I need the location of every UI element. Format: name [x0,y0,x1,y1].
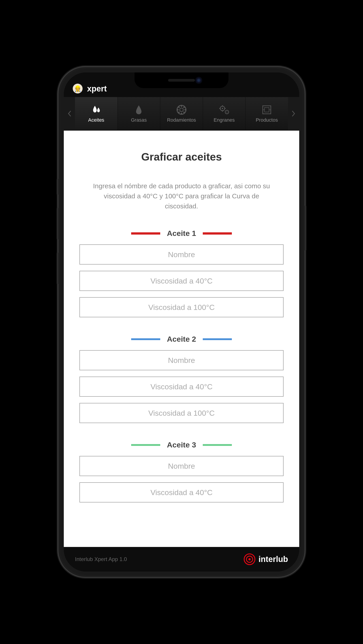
tabs-next-button[interactable] [288,97,299,130]
oil-label: Aceite 2 [167,335,196,344]
phone-screen: 👷 xpert Aceites Grasas [64,72,299,572]
tab-productos[interactable]: Productos [245,97,288,130]
tab-label: Grasas [131,117,147,123]
oil1-visc40-input[interactable] [80,271,283,291]
oil-section-2: Aceite 2 [80,335,283,429]
oil-heading-2: Aceite 2 [80,335,283,344]
color-line-icon [203,444,232,446]
bearing-icon [176,104,187,116]
oil-section-1: Aceite 1 [80,229,283,324]
oil3-name-input[interactable] [80,456,283,476]
oil-label: Aceite 3 [167,440,196,449]
side-buttons-right [305,206,306,250]
oil-heading-1: Aceite 1 [80,229,283,238]
svg-point-8 [178,112,180,113]
svg-rect-15 [224,108,226,109]
svg-rect-14 [219,108,221,109]
app-logo-icon: 👷 [73,84,83,94]
svg-point-11 [222,108,223,109]
phone-notch [135,72,228,88]
svg-point-6 [178,107,180,108]
color-line-icon [131,232,160,234]
tab-label: Productos [256,117,278,123]
page-title: Graficar aceites [80,151,283,163]
drop-icon [135,104,143,116]
oil-section-3: Aceite 3 [80,440,283,509]
tabs-bar: Aceites Grasas Rodamientos [64,97,299,130]
svg-point-2 [181,106,182,107]
interlub-logo-icon [244,554,255,565]
app-footer: Interlub Xpert App 1.0 interlub [64,547,299,572]
instructions-text: Ingresa el nómbre de cada producto a gra… [80,181,283,211]
oil-label: Aceite 1 [167,229,196,238]
tab-label: Rodamientos [167,117,196,123]
color-line-icon [203,232,232,234]
oil3-visc40-input[interactable] [80,482,283,502]
color-line-icon [203,338,232,340]
svg-rect-12 [222,105,223,107]
tabs-prev-button[interactable] [64,97,75,130]
oil2-visc100-input[interactable] [80,403,283,423]
svg-point-7 [183,107,185,108]
brand-text: interlub [258,554,288,564]
tab-rodamientos[interactable]: Rodamientos [160,97,203,130]
oil-heading-3: Aceite 3 [80,440,283,449]
svg-point-1 [180,108,183,112]
tab-grasas[interactable]: Grasas [118,97,160,130]
camera-icon [196,77,202,83]
color-line-icon [131,444,160,446]
svg-point-4 [177,109,179,110]
gears-icon [218,104,230,116]
svg-point-9 [183,112,185,113]
chevron-right-icon [292,110,295,117]
app-title: xpert [87,84,107,94]
tab-label: Aceites [88,117,104,123]
color-line-icon [131,338,160,340]
footer-brand: interlub [244,554,288,565]
content-area[interactable]: Graficar aceites Ingresa el nómbre de ca… [64,130,299,547]
oil1-name-input[interactable] [80,244,283,264]
svg-point-24 [248,558,251,560]
svg-rect-13 [222,110,223,112]
drops-icon [91,104,102,116]
oil2-visc40-input[interactable] [80,376,283,397]
side-buttons-left [57,179,58,298]
svg-rect-19 [264,108,269,112]
phone-frame: 👷 xpert Aceites Grasas [58,67,305,577]
svg-point-17 [226,112,227,112]
tab-engranes[interactable]: Engranes [203,97,246,130]
tab-label: Engranes [213,117,235,123]
blueprint-icon [261,104,272,116]
footer-version: Interlub Xpert App 1.0 [75,556,127,562]
oil1-visc100-input[interactable] [80,297,283,317]
svg-point-5 [184,109,186,110]
chevron-left-icon [68,110,71,117]
tab-aceites[interactable]: Aceites [75,97,118,130]
oil2-name-input[interactable] [80,350,283,370]
svg-point-3 [181,113,182,114]
speaker-icon [168,79,195,82]
